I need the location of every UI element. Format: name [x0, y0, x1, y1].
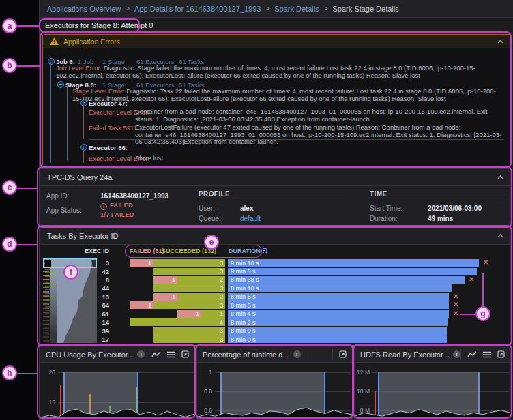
- query-title: TPC-DS Query 24a: [47, 173, 112, 181]
- chart-plot-area[interactable]: 2015: [40, 363, 194, 419]
- duration-bar[interactable]: 8 min 0 s: [228, 335, 447, 343]
- application-errors-title: Application Errors: [63, 38, 120, 46]
- exec-id-value: 44: [68, 284, 109, 292]
- failed-bar-segment[interactable]: 1: [153, 276, 177, 284]
- expand-icon[interactable]: [339, 350, 347, 358]
- executor-error-text: ExecutorLostFailure (executor 47 exited …: [135, 124, 504, 146]
- task-count-bars: 12: [130, 293, 225, 301]
- succeeded-bar-segment[interactable]: 2: [177, 293, 225, 301]
- duration-bar[interactable]: 8 min 5 s: [228, 301, 449, 309]
- failed-bar-segment[interactable]: 1: [130, 301, 153, 309]
- queue-value-link[interactable]: default: [240, 215, 261, 222]
- executor-lost-icon[interactable]: ✕: [453, 310, 458, 317]
- profile-section-header: PROFILE: [199, 190, 346, 200]
- spark-stage-details-screen: { "breadcrumb": { "separator": ">", "ite…: [0, 0, 513, 420]
- info-icon[interactable]: i: [137, 350, 145, 358]
- breadcrumb-item[interactable]: App Details for 1614638400127_1993: [134, 5, 261, 13]
- executor-error-text: Container from a bad node: container_e46…: [135, 108, 504, 123]
- exec-id-value: 64: [68, 301, 109, 309]
- collapse-node-icon[interactable]: −: [57, 81, 64, 88]
- collapse-node-icon[interactable]: −: [80, 100, 87, 106]
- minimap-viewport[interactable]: [43, 258, 97, 268]
- failed-bar-segment[interactable]: 1: [177, 310, 201, 318]
- executor-lost-icon[interactable]: ✕: [453, 292, 458, 300]
- collapse-chevron-icon[interactable]: [497, 234, 503, 238]
- area-series: [40, 402, 194, 419]
- collapse-chevron-icon[interactable]: [497, 175, 503, 179]
- succeeded-bar-segment[interactable]: 3: [153, 327, 225, 335]
- chart-card: Percentage of runtime d...i10.80.6: [196, 346, 353, 420]
- app-id-value: 1614638400127_1993: [100, 192, 168, 200]
- duration-bar[interactable]: 8 min 0 s: [228, 327, 447, 335]
- annotation-marker-b: b: [2, 58, 17, 73]
- duration-bar[interactable]: 8 min 4 s: [228, 310, 449, 318]
- query-summary-header[interactable]: TPC-DS Query 24a: [40, 169, 510, 186]
- task-row: 3139 min 10 s✕: [40, 259, 510, 267]
- succeeded-bar-segment[interactable]: 3: [153, 268, 225, 275]
- app-window: Applications Overview>App Details for 16…: [39, 0, 513, 420]
- column-header-succeeded[interactable]: SUCCEEDED (132): [162, 247, 216, 254]
- breadcrumb-item[interactable]: Spark Details: [274, 5, 319, 13]
- duration-value: 49 mins: [428, 215, 453, 222]
- collapse-node-icon[interactable]: −: [80, 144, 87, 151]
- succeeded-bar-segment[interactable]: 4: [130, 318, 225, 326]
- chart-plot-area[interactable]: 12 M10 M8 M: [355, 363, 510, 419]
- executor-lost-icon[interactable]: ✕: [469, 275, 474, 283]
- info-icon[interactable]: i: [293, 350, 301, 358]
- info-icon[interactable]: i: [453, 350, 460, 358]
- succeeded-bar-segment[interactable]: 3: [153, 335, 225, 343]
- duration-bar[interactable]: 8 min 38 s: [228, 276, 465, 284]
- y-axis-tick-label: 20: [40, 369, 55, 376]
- collapse-chevron-icon[interactable]: [497, 40, 503, 44]
- task-row: 4239 min 6 s: [40, 268, 510, 275]
- failed-bar-segment[interactable]: 1: [153, 293, 177, 301]
- column-header-duration[interactable]: DURATION: [229, 247, 268, 254]
- executor-node-label: Executor 47:: [89, 100, 128, 107]
- column-header-failed[interactable]: FAILED (61): [130, 247, 164, 254]
- tree-guide-line: [83, 102, 84, 139]
- duration-bar[interactable]: 8 min 5 s: [228, 293, 449, 301]
- task-row: 64138 min 5 s✕: [40, 301, 510, 309]
- succeeded-bar-segment[interactable]: 3: [153, 284, 225, 292]
- annotation-line-h: [17, 373, 37, 374]
- warning-icon: [50, 38, 59, 45]
- chart-card: HDFS Read By Executor ...i12 M10 M8 M: [354, 346, 511, 420]
- succeeded-bar-segment[interactable]: 1: [201, 310, 225, 318]
- duration-bar[interactable]: 8 min 10 s: [228, 284, 452, 292]
- chart-title: CPU Usage By Executor ...: [46, 350, 133, 359]
- duration-bar[interactable]: 8 min 2 s: [228, 318, 448, 326]
- breadcrumb-item[interactable]: Applications Overview: [47, 5, 121, 13]
- failed-bar-segment[interactable]: 1: [130, 259, 153, 267]
- breadcrumb: Applications Overview>App Details for 16…: [40, 0, 513, 18]
- duration-bar[interactable]: 9 min 6 s: [228, 268, 477, 275]
- chart-card-header: Percentage of runtime d...i: [197, 346, 352, 363]
- time-section-header: TIME: [370, 190, 506, 200]
- area-series: [197, 402, 352, 419]
- error-row-separator: [89, 139, 503, 140]
- executor-lost-icon[interactable]: ✕: [483, 258, 488, 266]
- duration-bar[interactable]: 9 min 10 s: [228, 259, 479, 267]
- annotation-line-b: [17, 65, 40, 67]
- list-icon[interactable]: [483, 351, 491, 358]
- chart-plot-area[interactable]: 10.80.6: [197, 363, 352, 419]
- exec-id-value: 17: [68, 335, 109, 343]
- list-icon[interactable]: [167, 351, 175, 358]
- executor-lost-icon[interactable]: ✕: [453, 301, 458, 308]
- queue-label: Queue:: [199, 215, 221, 222]
- succeeded-bar-segment[interactable]: 2: [177, 276, 225, 284]
- tree-guide-line: [67, 84, 68, 160]
- line-chart-icon[interactable]: [467, 351, 477, 358]
- breadcrumb-item[interactable]: Spark Stage Details: [333, 5, 399, 13]
- application-errors-header[interactable]: Application Errors: [43, 35, 510, 48]
- collapse-node-icon[interactable]: −: [48, 58, 55, 65]
- expand-icon[interactable]: [497, 350, 505, 358]
- line-chart-icon[interactable]: [151, 351, 161, 358]
- succeeded-bar-segment[interactable]: 3: [153, 259, 225, 267]
- tasks-panel-header[interactable]: Tasks By Executor ID: [40, 228, 510, 245]
- expand-icon[interactable]: [181, 350, 189, 358]
- column-header-exec-id[interactable]: EXEC ID: [68, 247, 109, 254]
- tasks-chart-body: EXEC ID FAILED (61) SUCCEEDED (132) DURA…: [40, 245, 510, 344]
- annotation-marker-d: d: [2, 237, 17, 252]
- succeeded-bar-segment[interactable]: 3: [153, 301, 225, 309]
- tree-guide-line: [83, 147, 84, 163]
